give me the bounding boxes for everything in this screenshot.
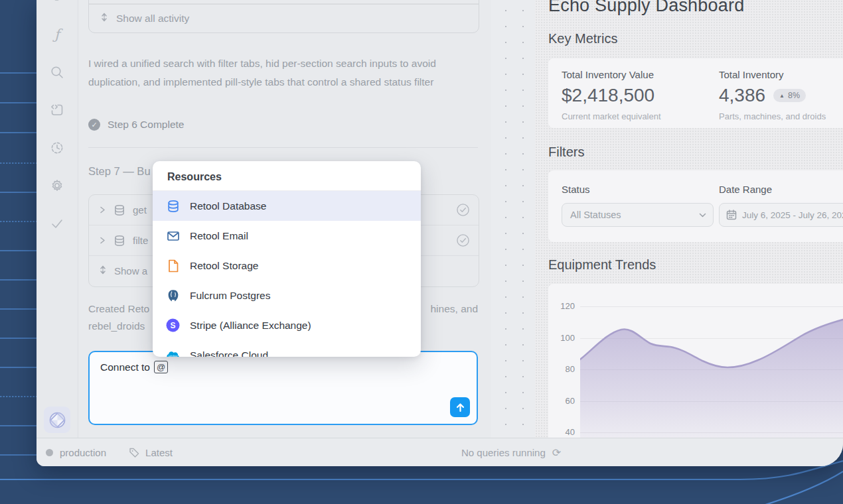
left-icon-rail: ƒ [37, 0, 78, 438]
status-filter-label: Status [562, 184, 590, 195]
chat-input-text: Connect to @ [100, 361, 168, 373]
resource-item-retool-storage[interactable]: Retool Storage [153, 251, 421, 281]
environment-label: production [60, 447, 106, 458]
equipment-trends-heading: Equipment Trends [548, 257, 656, 273]
check-icon[interactable] [50, 216, 64, 231]
function-icon[interactable]: ƒ [50, 27, 64, 42]
resource-item-salesforce[interactable]: salesforce Salesforce Cloud [153, 340, 421, 357]
canvas-gutter [491, 0, 536, 438]
success-check-icon [456, 233, 470, 247]
section-divider [88, 147, 478, 148]
search-icon[interactable] [50, 65, 64, 80]
salesforce-icon: salesforce [166, 348, 180, 357]
sort-arrows-icon [100, 12, 108, 25]
app-canvas: Echo Supply Dashboard Key Metrics Total … [535, 0, 843, 438]
resource-item-label: Retool Database [190, 200, 266, 212]
tag-icon [129, 447, 140, 458]
chevron-down-icon [699, 212, 706, 219]
y-axis-tick: 120 [554, 301, 575, 311]
step6-complete-row: ✓ Step 6 Complete [88, 119, 184, 131]
stat-total-inventory: Total Inventory 4,386▲8% Parts, machines… [719, 69, 826, 121]
key-metrics-card: Total Inventory Value $2,418,500 Current… [548, 58, 843, 128]
chat-input[interactable]: Connect to @ [88, 351, 478, 425]
database-icon [114, 204, 125, 216]
show-activity-label: Show a [114, 265, 147, 277]
query-row-label: get [133, 204, 147, 216]
resources-popup: Resources Retool Database Retool Email R… [153, 161, 421, 357]
y-axis-tick: 80 [554, 364, 575, 374]
status-select[interactable]: All Statuses [562, 203, 714, 227]
step6-complete-label: Step 6 Complete [108, 119, 184, 131]
date-range-label: Date Range [719, 184, 772, 195]
step-complete-check-icon: ✓ [88, 119, 100, 131]
resource-item-label: Retool Storage [190, 260, 258, 272]
version-label: Latest [145, 447, 173, 458]
page-title: Echo Supply Dashboard [548, 0, 744, 16]
resource-item-label: Stripe (Alliance Exchange) [190, 320, 311, 332]
stripe-icon: S [166, 318, 180, 332]
chevron-right-icon [99, 206, 106, 214]
resource-item-fulcrum-postgres[interactable]: Fulcrum Postgres [153, 281, 421, 310]
file-icon [166, 259, 180, 273]
chevron-right-icon [99, 237, 106, 244]
ai-assistant-icon [48, 411, 66, 429]
resource-item-stripe[interactable]: S Stripe (Alliance Exchange) [153, 310, 421, 340]
code-block-icon[interactable] [50, 103, 64, 117]
calendar-icon [726, 210, 737, 220]
resource-item-retool-database[interactable]: Retool Database [153, 191, 421, 221]
postgres-icon [166, 288, 180, 302]
filters-card: Status All Statuses Date Range July 6, 2… [548, 170, 843, 242]
desktop-background: ƒ [0, 0, 843, 504]
assistant-message: I wired a unified search with filter tab… [88, 54, 481, 92]
app-window: ƒ [37, 0, 843, 466]
filters-heading: Filters [548, 145, 584, 160]
ai-assistant-button[interactable] [44, 407, 70, 433]
y-axis-tick: 60 [554, 396, 575, 406]
mention-token: @ [154, 361, 168, 373]
show-all-activity-button[interactable]: Show all activity [89, 4, 479, 32]
delta-badge: ▲8% [773, 89, 806, 102]
resources-popup-title: Resources [153, 161, 421, 191]
stat-total-inventory-value: Total Inventory Value $2,418,500 Current… [562, 69, 661, 121]
refresh-icon[interactable]: ⟳ [552, 446, 561, 459]
date-range-input[interactable]: July 6, 2025 - July 26, 2025 [719, 203, 843, 227]
success-check-icon [456, 203, 470, 217]
version-selector[interactable]: Latest [129, 447, 173, 458]
status-bar: production Latest No queries running ⟳ [37, 438, 843, 466]
activity-container: Show all activity [88, 0, 479, 33]
database-icon [114, 235, 125, 247]
arrow-up-icon [455, 403, 465, 412]
y-axis-tick: 40 [554, 427, 575, 437]
key-metrics-heading: Key Metrics [548, 31, 617, 46]
show-all-activity-label: Show all activity [116, 13, 189, 25]
flow-icon[interactable] [50, 0, 64, 7]
query-row-label: filte [133, 235, 148, 246]
svg-text:S: S [170, 321, 175, 330]
environment-dot-icon [46, 449, 53, 456]
send-button[interactable] [450, 397, 470, 417]
email-icon [166, 229, 180, 243]
query-status: No queries running ⟳ [461, 446, 561, 459]
step7-heading: Step 7 — Bu [88, 165, 151, 178]
equipment-trends-chart: 120 100 80 60 40 [548, 284, 843, 443]
triangle-up-icon: ▲ [779, 93, 785, 99]
area-chart [580, 298, 843, 443]
settings-gear-icon[interactable] [50, 178, 64, 193]
resource-item-label: Retool Email [190, 230, 248, 242]
svg-text:salesforce: salesforce [169, 355, 178, 357]
y-axis-tick: 100 [554, 333, 575, 343]
resource-item-label: Fulcrum Postgres [190, 290, 270, 302]
environment-selector[interactable]: production [46, 447, 106, 458]
sort-arrows-icon [99, 265, 107, 277]
database-icon [166, 199, 180, 213]
resource-item-retool-email[interactable]: Retool Email [153, 221, 421, 251]
resource-item-label: Salesforce Cloud [190, 349, 268, 357]
history-icon[interactable] [50, 141, 64, 155]
